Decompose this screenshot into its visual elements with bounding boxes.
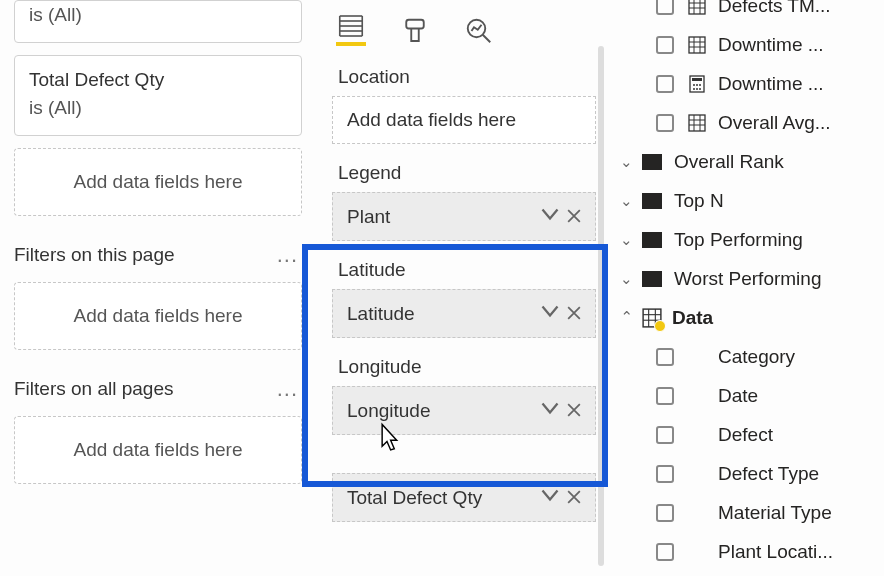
- checkbox[interactable]: [656, 387, 674, 405]
- folder-item[interactable]: ⌄ Overall Rank: [616, 142, 884, 181]
- filters-all-header: Filters on all pages: [14, 378, 173, 400]
- checkbox[interactable]: [656, 114, 674, 132]
- checkbox[interactable]: [656, 504, 674, 522]
- field-pill-label: Latitude: [347, 303, 541, 325]
- folder-icon: [642, 271, 662, 287]
- folder-item[interactable]: ⌄ Top Performing: [616, 220, 884, 259]
- folder-name: Overall Rank: [674, 151, 784, 173]
- visualizations-panel: Location Add data fields here Legend Pla…: [318, 0, 610, 528]
- filter-dropzone-all[interactable]: Add data fields here: [14, 416, 302, 484]
- field-pill-label: Plant: [347, 206, 541, 228]
- measure-icon: [688, 114, 706, 132]
- svg-point-22: [693, 84, 695, 86]
- svg-rect-28: [689, 115, 705, 131]
- chevron-down-icon[interactable]: [541, 399, 559, 422]
- filter-dropzone-visual[interactable]: Add data fields here: [14, 148, 302, 216]
- filters-panel: is (All) Total Defect Qty is (All) Add d…: [0, 0, 310, 498]
- checkbox[interactable]: [656, 348, 674, 366]
- field-item[interactable]: Plant Locati...: [616, 532, 884, 571]
- svg-line-9: [483, 35, 491, 43]
- filter-card[interactable]: is (All): [14, 0, 302, 43]
- field-item[interactable]: Overall Avg...: [616, 103, 884, 142]
- field-item[interactable]: Defect Type: [616, 454, 884, 493]
- field-item[interactable]: Date: [616, 376, 884, 415]
- more-options-button[interactable]: ...: [277, 242, 298, 268]
- chevron-down-icon[interactable]: [541, 486, 559, 509]
- status-badge: [654, 320, 666, 332]
- svg-point-26: [696, 88, 698, 90]
- filters-page-header: Filters on this page: [14, 244, 175, 266]
- folder-item[interactable]: ⌄ Top N: [616, 181, 884, 220]
- svg-point-23: [696, 84, 698, 86]
- well-field-size[interactable]: Total Defect Qty: [332, 473, 596, 522]
- calculator-icon: [688, 75, 706, 93]
- fields-panel: Defects TM... Downtime ... Downtime ... …: [616, 0, 884, 571]
- checkbox[interactable]: [656, 75, 674, 93]
- chevron-down-icon[interactable]: ⌄: [616, 270, 636, 288]
- field-name: Defects TM...: [718, 0, 831, 17]
- table-item[interactable]: ⌄ Data: [616, 298, 884, 337]
- field-pill-label: Total Defect Qty: [347, 487, 541, 509]
- folder-name: Top N: [674, 190, 724, 212]
- well-label-latitude: Latitude: [318, 247, 610, 289]
- analytics-tab[interactable]: [464, 16, 494, 46]
- field-name: Date: [718, 385, 758, 407]
- close-icon[interactable]: [567, 487, 581, 509]
- checkbox[interactable]: [656, 426, 674, 444]
- well-label-location: Location: [318, 54, 610, 96]
- chevron-down-icon[interactable]: ⌄: [616, 231, 636, 249]
- filter-condition: is (All): [29, 94, 287, 123]
- format-tab[interactable]: [400, 16, 430, 46]
- folder-name: Worst Performing: [674, 268, 821, 290]
- fields-tab[interactable]: [336, 16, 366, 46]
- field-name: Plant Locati...: [718, 541, 833, 563]
- filter-card[interactable]: Total Defect Qty is (All): [14, 55, 302, 136]
- close-icon[interactable]: [567, 400, 581, 422]
- field-name: Material Type: [718, 502, 832, 524]
- filter-field-name: Total Defect Qty: [29, 66, 287, 95]
- well-field-longitude[interactable]: Longitude: [332, 386, 596, 435]
- svg-rect-15: [689, 37, 705, 53]
- svg-rect-21: [692, 78, 702, 81]
- folder-icon: [642, 232, 662, 248]
- close-icon[interactable]: [567, 206, 581, 228]
- more-options-button[interactable]: ...: [277, 376, 298, 402]
- svg-point-27: [699, 88, 701, 90]
- svg-rect-7: [406, 20, 424, 29]
- field-item[interactable]: Category: [616, 337, 884, 376]
- field-name: Category: [718, 346, 795, 368]
- filter-dropzone-page[interactable]: Add data fields here: [14, 282, 302, 350]
- checkbox[interactable]: [656, 0, 674, 15]
- well-drop-location[interactable]: Add data fields here: [332, 96, 596, 144]
- chevron-up-icon[interactable]: ⌄: [616, 307, 636, 325]
- field-item[interactable]: Material Type: [616, 493, 884, 532]
- chevron-down-icon[interactable]: ⌄: [616, 153, 636, 171]
- field-item[interactable]: Defects TM...: [616, 0, 884, 25]
- field-name: Defect: [718, 424, 773, 446]
- field-item[interactable]: Downtime ...: [616, 25, 884, 64]
- field-name: Downtime ...: [718, 73, 824, 95]
- field-pill-label: Longitude: [347, 400, 541, 422]
- scrollbar[interactable]: [598, 46, 604, 566]
- svg-point-25: [693, 88, 695, 90]
- field-item[interactable]: Defect: [616, 415, 884, 454]
- table-name: Data: [672, 307, 713, 329]
- checkbox[interactable]: [656, 543, 674, 561]
- folder-name: Top Performing: [674, 229, 803, 251]
- chevron-down-icon[interactable]: [541, 205, 559, 228]
- folder-item[interactable]: ⌄ Worst Performing: [616, 259, 884, 298]
- folder-icon: [642, 193, 662, 209]
- checkbox[interactable]: [656, 36, 674, 54]
- chevron-down-icon[interactable]: [541, 302, 559, 325]
- well-field-legend[interactable]: Plant: [332, 192, 596, 241]
- field-name: Downtime ...: [718, 34, 824, 56]
- close-icon[interactable]: [567, 303, 581, 325]
- measure-icon: [688, 36, 706, 54]
- checkbox[interactable]: [656, 465, 674, 483]
- table-icon: [642, 308, 662, 328]
- svg-point-24: [699, 84, 701, 86]
- well-field-latitude[interactable]: Latitude: [332, 289, 596, 338]
- chevron-down-icon[interactable]: ⌄: [616, 192, 636, 210]
- field-item[interactable]: Downtime ...: [616, 64, 884, 103]
- field-name: Defect Type: [718, 463, 819, 485]
